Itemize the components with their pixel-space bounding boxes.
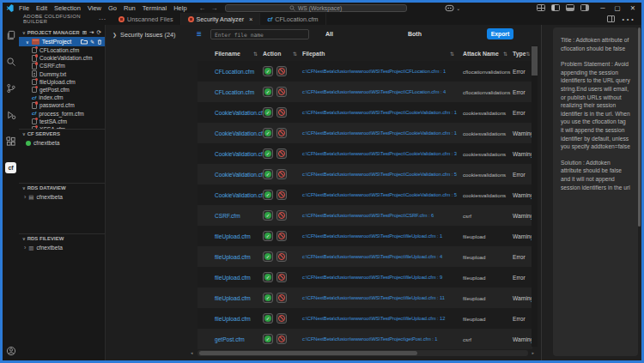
- issue-filepath[interactable]: c:\CFNextBeta\cfusion\wwwroot\WS\TestPro…: [302, 274, 459, 281]
- run-debug-icon[interactable]: [5, 109, 16, 120]
- issue-row[interactable]: CookieValidation.cfm✓c:\CFNextBeta\cfusi…: [197, 102, 532, 123]
- issue-row[interactable]: CookieValidation.cfm✓c:\CFNextBeta\cfusi…: [197, 143, 532, 164]
- issue-row[interactable]: getPost.cfm✓c:\CFNextBeta\cfusion\wwwroo…: [197, 329, 532, 349]
- issue-filepath[interactable]: c:\CFNextBeta\cfusion\wwwroot\WS\TestPro…: [302, 253, 459, 261]
- menu-file[interactable]: File: [19, 4, 29, 12]
- sort-icon[interactable]: ⇅: [503, 51, 507, 57]
- ignore-issue-button[interactable]: [276, 148, 287, 159]
- issue-row[interactable]: fileUpload.cfm✓c:\CFNextBeta\cfusion\www…: [197, 267, 532, 287]
- ignore-issue-button[interactable]: [276, 231, 287, 241]
- issue-filename[interactable]: getPost.cfm: [215, 336, 263, 342]
- scroll-right-icon[interactable]: ▸: [532, 350, 534, 355]
- issue-row[interactable]: CFLocation.cfm✓c:\CFNextBeta\cfusion\www…: [197, 61, 532, 82]
- tree-file-csrf-cfm[interactable]: CSRF.cfm: [19, 62, 105, 70]
- issue-filename[interactable]: CFLocation.cfm: [215, 69, 263, 75]
- ignore-issue-button[interactable]: [276, 107, 287, 118]
- coldfusion-extension-icon[interactable]: cf: [5, 162, 16, 173]
- tree-file-password-cfm[interactable]: password.cfm: [19, 101, 105, 109]
- issue-filename[interactable]: CFLocation.cfm: [215, 89, 263, 95]
- issue-row[interactable]: CFLocation.cfm✓c:\CFNextBeta\cfusion\www…: [197, 82, 532, 102]
- rds-dataview-item[interactable]: › ▤ cfnextbeta: [19, 192, 105, 202]
- rds-fileview-header[interactable]: ∨ RDS FILEVIEW: [19, 233, 105, 243]
- restore-button[interactable]: ▢: [615, 4, 621, 12]
- ignore-issue-button[interactable]: [276, 87, 287, 97]
- delete-icon[interactable]: [97, 39, 102, 45]
- file-name-filter-input[interactable]: [210, 29, 309, 39]
- tree-file-dummy-txt[interactable]: Dummy.txt: [19, 70, 105, 78]
- issue-row[interactable]: fileUpload.cfm✓c:\CFNextBeta\cfusion\www…: [197, 308, 532, 329]
- sort-icon[interactable]: ⇅: [293, 51, 297, 57]
- accept-issue-button[interactable]: ✓: [263, 169, 273, 179]
- issue-row[interactable]: fileUpload.cfm✓c:\CFNextBeta\cfusion\www…: [197, 246, 532, 267]
- rds-fileview-item[interactable]: › ▥ cfnextbeta: [19, 243, 105, 252]
- cf-servers-header[interactable]: ∨ CF SERVERS: [19, 129, 105, 138]
- issue-row[interactable]: CookieValidation.cfm✓c:\CFNextBeta\cfusi…: [197, 164, 532, 185]
- ignore-issue-button[interactable]: [276, 293, 287, 303]
- issue-filename[interactable]: CookieValidation.cfm: [215, 130, 263, 136]
- import-project-icon[interactable]: ⇥: [89, 29, 94, 36]
- tab-close-icon[interactable]: ×: [249, 15, 252, 23]
- new-folder-icon[interactable]: [81, 39, 88, 45]
- menu-edit[interactable]: Edit: [36, 4, 47, 12]
- menu-run[interactable]: Run: [124, 4, 136, 12]
- tab-cflocation-cfm[interactable]: cfCFLocation.cfm: [260, 13, 325, 25]
- column-header-filename[interactable]: Filename⇅: [215, 51, 263, 57]
- issue-filepath[interactable]: c:\CFNextBeta\cfusion\wwwroot\WS\TestPro…: [302, 68, 459, 76]
- back-icon[interactable]: ←: [199, 4, 206, 12]
- project-manager-header[interactable]: ∨ PROJECT MANAGER ⊞ ⇥ ⟳: [19, 27, 105, 37]
- forward-icon[interactable]: →: [211, 4, 218, 12]
- issue-filename[interactable]: CookieValidation.cfm: [215, 151, 263, 157]
- accept-issue-button[interactable]: ✓: [263, 107, 273, 118]
- menu-go[interactable]: Go: [108, 4, 117, 12]
- tree-file-getpost-cfm[interactable]: getPost.cfm: [19, 86, 105, 94]
- issue-filepath[interactable]: c:\CFNextBeta\cfusion\wwwroot\WS\TestPro…: [302, 109, 459, 117]
- accept-issue-button[interactable]: ✓: [263, 231, 273, 241]
- accept-issue-button[interactable]: ✓: [263, 334, 273, 344]
- menu-help[interactable]: Help: [173, 4, 186, 12]
- tree-file-cookievalidation-cfm[interactable]: CookieValidation.cfm: [19, 54, 105, 62]
- toggle-secondary-sidebar-icon[interactable]: [580, 4, 589, 11]
- ignore-issue-button[interactable]: [276, 334, 287, 344]
- issue-filename[interactable]: fileUpload.cfm: [215, 316, 263, 322]
- extensions-icon[interactable]: [5, 136, 16, 147]
- menu-selection[interactable]: Selection: [54, 4, 81, 12]
- tree-file-fileupload-cfm[interactable]: fileUpload.cfm: [19, 78, 105, 86]
- issue-filepath[interactable]: c:\CFNextBeta\cfusion\wwwroot\WS\TestPro…: [302, 88, 459, 96]
- issue-row[interactable]: fileUpload.cfm✓c:\CFNextBeta\cfusion\www…: [197, 287, 532, 308]
- ignore-issue-button[interactable]: [276, 128, 287, 138]
- issue-filename[interactable]: fileUpload.cfm: [215, 295, 263, 301]
- tree-file-cflocation-cfm[interactable]: CFLocation.cfm: [19, 46, 105, 54]
- horizontal-scrollbar[interactable]: [197, 350, 528, 356]
- rename-icon[interactable]: ✎: [90, 39, 94, 45]
- menu-terminal[interactable]: Terminal: [143, 4, 167, 12]
- accept-issue-button[interactable]: ✓: [263, 148, 273, 159]
- ignore-issue-button[interactable]: [276, 251, 287, 262]
- issue-filename[interactable]: CSRF.cfm: [215, 213, 263, 219]
- ignore-issue-button[interactable]: [276, 190, 287, 200]
- accept-issue-button[interactable]: ✓: [263, 190, 273, 200]
- search-icon[interactable]: [5, 56, 16, 67]
- refresh-icon[interactable]: ⟳: [97, 29, 101, 36]
- accept-issue-button[interactable]: ✓: [263, 128, 273, 138]
- issue-filename[interactable]: CookieValidation.cfm: [215, 110, 263, 116]
- issue-filename[interactable]: CookieValidation.cfm: [215, 172, 263, 178]
- column-header-attack-name[interactable]: Attack Name⇅: [463, 51, 513, 57]
- column-header-type[interactable]: Type⇅: [513, 51, 532, 57]
- issue-filename[interactable]: fileUpload.cfm: [215, 275, 263, 281]
- cf-server-item[interactable]: cfnextbeta: [19, 138, 105, 148]
- issue-filepath[interactable]: c:\CFNextBeta\cfusion\wwwroot\WS\TestPro…: [302, 233, 459, 240]
- ignore-issue-button[interactable]: [276, 210, 287, 221]
- tree-file-index-cfm[interactable]: cfindex.cfm: [19, 94, 105, 101]
- source-control-icon[interactable]: [5, 82, 16, 94]
- issue-filepath[interactable]: c:\CFNextBeta\cfusion\wwwroot\WS\TestPro…: [302, 315, 459, 323]
- issue-row[interactable]: CSRF.cfm✓c:\CFNextBeta\cfusion\wwwroot\W…: [197, 205, 532, 226]
- details-scrollbar[interactable]: [638, 27, 641, 227]
- sort-icon[interactable]: ⇅: [450, 51, 454, 57]
- issue-filepath[interactable]: c:\CFNextBeta\cfusion\wwwroot\WS\TestPro…: [302, 171, 459, 178]
- toggle-panel-icon[interactable]: [566, 4, 574, 11]
- split-editor-icon[interactable]: [607, 15, 615, 22]
- sort-icon[interactable]: ⇅: [253, 51, 258, 57]
- customize-layout-icon[interactable]: [537, 4, 545, 11]
- sort-icon[interactable]: ⇅: [526, 51, 531, 57]
- accept-issue-button[interactable]: ✓: [263, 251, 273, 262]
